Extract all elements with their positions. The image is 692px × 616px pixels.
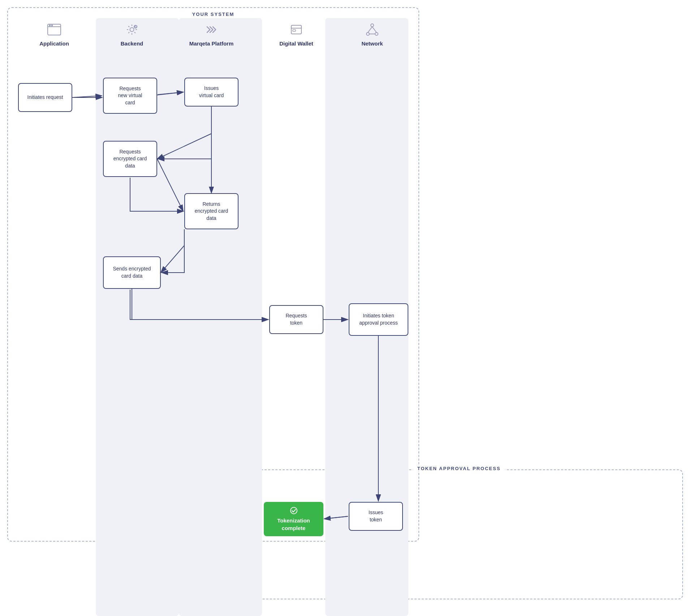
col-bg-marqeta: [179, 18, 262, 616]
network-icon: [364, 22, 380, 38]
col-label-network: Network: [361, 40, 383, 47]
box-requests-encrypted-card-data: Requestsencrypted carddata: [103, 141, 157, 177]
box-issues-virtual-card: Issuesvirtual card: [184, 78, 238, 107]
svg-point-10: [366, 32, 369, 35]
svg-point-11: [375, 32, 378, 35]
box-requests-token: Requeststoken: [269, 305, 323, 334]
token-approval-label: TOKEN APPROVAL PROCESS: [413, 466, 505, 471]
svg-point-4: [130, 28, 134, 32]
box-returns-encrypted-card-data: Returnsencrypted carddata: [184, 193, 238, 229]
box-initiates-request: Initiates request: [18, 83, 72, 112]
box-initiates-token-approval: Initiates tokenapproval process: [349, 303, 408, 336]
gear-icon: [124, 22, 140, 38]
col-label-application: Application: [39, 40, 69, 47]
your-system-label: YOUR SYSTEM: [188, 12, 239, 17]
box-issues-token: Issuestoken: [349, 502, 403, 531]
col-label-digital-wallet: Digital Wallet: [279, 40, 313, 47]
svg-line-12: [368, 27, 372, 32]
svg-line-13: [372, 27, 377, 32]
browser-icon: [46, 22, 62, 38]
chevrons-icon: [203, 22, 219, 38]
col-label-backend: Backend: [121, 40, 143, 47]
col-header-network: Network: [347, 22, 397, 47]
box-requests-new-virtual-card: Requestsnew virtualcard: [103, 78, 157, 114]
col-header-application: Application: [29, 22, 79, 47]
svg-rect-8: [293, 30, 296, 31]
col-header-marqeta: Marqeta Platform: [181, 22, 242, 47]
diagram-container: YOUR SYSTEM TOKEN APPROVAL PROCESS Appli…: [0, 0, 692, 616]
svg-point-3: [52, 25, 53, 26]
col-label-marqeta: Marqeta Platform: [189, 40, 234, 47]
svg-point-15: [291, 507, 297, 514]
card-icon: [288, 22, 304, 38]
svg-point-2: [50, 25, 51, 26]
svg-point-9: [371, 24, 374, 27]
col-header-digital-wallet: Digital Wallet: [267, 22, 325, 47]
col-header-backend: Backend: [107, 22, 157, 47]
box-tokenization-complete: Tokenizationcomplete: [264, 502, 323, 536]
check-circle-icon: [290, 507, 298, 515]
box-sends-encrypted-card-data: Sends encryptedcard data: [103, 256, 161, 289]
